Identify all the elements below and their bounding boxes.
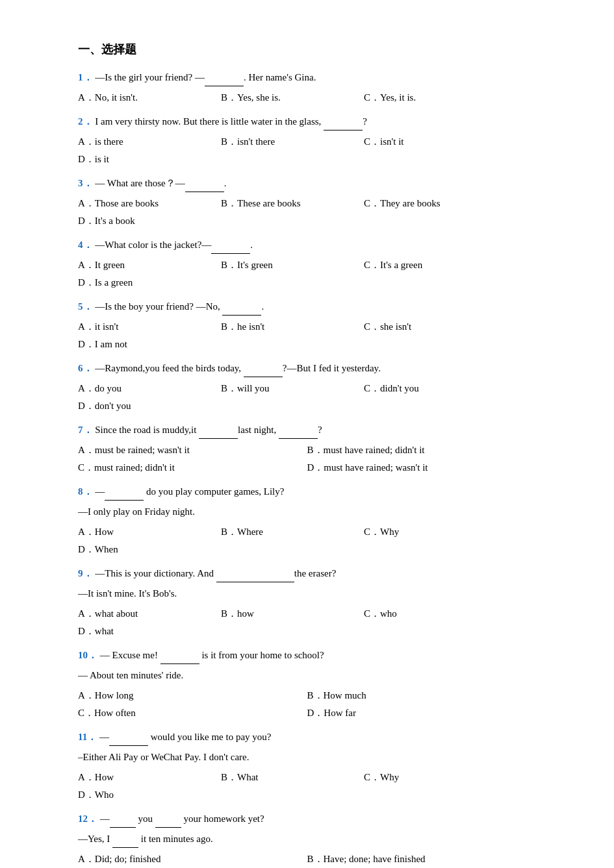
question-11: 11． — would you like me to pay you?: [78, 728, 536, 746]
question-6: 6． —Raymond,you feed the birds today, ?—…: [78, 360, 536, 377]
q6-options: A．do you B．will you C．didn't you D．don't…: [78, 380, 536, 415]
q12-options: A．Did; do; finished B．Have; done; have f…: [78, 850, 536, 868]
q12-number: 12．: [78, 813, 97, 824]
q5-optD: D．I am not: [78, 336, 221, 353]
q4-options: A．It green B．It's green C．It's a green D…: [78, 256, 536, 291]
q11-number: 11．: [78, 732, 97, 742]
q10-optD: D．How far: [307, 704, 537, 722]
q10-text: — Excuse me! is it from your home to sch…: [100, 650, 324, 660]
q10-options: A．How long B．How much C．How often D．How …: [78, 687, 536, 722]
q9-optC: C．who: [364, 605, 507, 623]
q10-optC: C．How often: [78, 704, 307, 722]
q12-optB: B．Have; done; have finished: [307, 850, 537, 868]
q1-optB: B．Yes, she is.: [221, 89, 364, 106]
q11-subtext: –Either Ali Pay or WeChat Pay. I don't c…: [78, 749, 536, 766]
q8-optD: D．When: [78, 541, 221, 558]
q9-optD: D．what: [78, 623, 221, 640]
q8-optA: A．How: [78, 523, 221, 541]
q2-optC: C．isn't it: [364, 133, 507, 151]
q11-options: A．How B．What C．Why D．Who: [78, 769, 536, 804]
q11-text: — would you like me to pay you?: [99, 732, 272, 742]
q8-number: 8．: [78, 486, 93, 497]
q12-text: — you your homework yet?: [100, 813, 264, 824]
q10-optA: A．How long: [78, 687, 307, 704]
q7-options: A．must be rained; wasn't it B．must have …: [78, 441, 536, 477]
q8-optB: B．Where: [221, 523, 364, 541]
q2-optD: D．is it: [78, 151, 221, 168]
q4-optD: D．Is a green: [78, 274, 221, 291]
q4-optB: B．It's green: [221, 256, 364, 274]
q9-text: —This is your dictionary. And the eraser…: [95, 568, 336, 578]
q5-options: A．it isn't B．he isn't C．she isn't D．I am…: [78, 318, 536, 353]
q8-subtext: —I only play on Friday night.: [78, 503, 536, 521]
question-12: 12． — you your homework yet?: [78, 810, 536, 828]
question-7: 7． Since the road is muddy,it last night…: [78, 421, 536, 439]
q7-optD: D．must have rained; wasn't it: [307, 459, 537, 477]
q8-text: — do you play computer games, Lily?: [95, 486, 284, 497]
q7-number: 7．: [78, 425, 93, 435]
q2-optA: A．is there: [78, 133, 221, 151]
q9-number: 9．: [78, 568, 93, 578]
q9-options: A．what about B．how C．who D．what: [78, 605, 536, 640]
q12-subtext: —Yes, I it ten minutes ago.: [78, 830, 536, 848]
q2-number: 2．: [78, 116, 93, 127]
q5-optB: B．he isn't: [221, 318, 364, 336]
q7-optB: B．must have rained; didn't it: [307, 441, 537, 459]
q8-optC: C．Why: [364, 523, 507, 541]
q5-number: 5．: [78, 301, 93, 312]
q1-text: —Is the girl your friend? —. Her name's …: [95, 72, 316, 82]
q3-options: A．Those are books B．These are books C．Th…: [78, 195, 536, 230]
question-4: 4． —What color is the jacket?—.: [78, 236, 536, 254]
q3-optB: B．These are books: [221, 195, 364, 212]
q6-optD: D．don't you: [78, 397, 221, 415]
q6-number: 6．: [78, 363, 93, 373]
q7-optA: A．must be rained; wasn't it: [78, 441, 307, 459]
q11-optD: D．Who: [78, 786, 221, 804]
q7-text: Since the road is muddy,it last night, ?: [95, 425, 322, 435]
q3-number: 3．: [78, 178, 93, 188]
q8-options: A．How B．Where C．Why D．When: [78, 523, 536, 558]
q6-text: —Raymond,you feed the birds today, ?—But…: [95, 363, 381, 373]
question-3: 3． — What are those？—.: [78, 175, 536, 192]
q10-optB: B．How much: [307, 687, 537, 704]
q2-options: A．is there B．isn't there C．isn't it D．is…: [78, 133, 536, 168]
q3-optA: A．Those are books: [78, 195, 221, 212]
q10-subtext: — About ten minutes' ride.: [78, 667, 536, 684]
q6-optB: B．will you: [221, 380, 364, 397]
q4-optC: C．It's a green: [364, 256, 507, 274]
q6-optC: C．didn't you: [364, 380, 507, 397]
q2-optB: B．isn't there: [221, 133, 364, 151]
question-5: 5． —Is the boy your friend? —No, .: [78, 298, 536, 316]
q9-optA: A．what about: [78, 605, 221, 623]
q9-optB: B．how: [221, 605, 364, 623]
section-title: 一、选择题: [78, 39, 536, 60]
q3-optD: D．It's a book: [78, 212, 221, 230]
q6-optA: A．do you: [78, 380, 221, 397]
q5-text: —Is the boy your friend? —No, .: [95, 301, 264, 312]
q4-number: 4．: [78, 240, 93, 250]
question-9: 9． —This is your dictionary. And the era…: [78, 565, 536, 582]
question-8: 8． — do you play computer games, Lily?: [78, 483, 536, 501]
q1-number: 1．: [78, 72, 93, 82]
q11-optA: A．How: [78, 769, 221, 786]
q7-optC: C．must rained; didn't it: [78, 459, 307, 477]
q5-optA: A．it isn't: [78, 318, 221, 336]
question-1: 1． —Is the girl your friend? —. Her name…: [78, 69, 536, 86]
q2-text: I am very thirsty now. But there is litt…: [95, 116, 367, 127]
q4-optA: A．It green: [78, 256, 221, 274]
q3-text: — What are those？—.: [95, 178, 226, 188]
q4-text: —What color is the jacket?—.: [95, 240, 253, 250]
question-10: 10． — Excuse me! is it from your home to…: [78, 647, 536, 664]
q3-optC: C．They are books: [364, 195, 507, 212]
q11-optB: B．What: [221, 769, 364, 786]
q9-subtext: —It isn't mine. It's Bob's.: [78, 585, 536, 602]
q11-optC: C．Why: [364, 769, 507, 786]
q10-number: 10．: [78, 650, 97, 660]
question-2: 2． I am very thirsty now. But there is l…: [78, 113, 536, 130]
q1-options: A．No, it isn't. B．Yes, she is. C．Yes, it…: [78, 89, 536, 106]
q1-optA: A．No, it isn't.: [78, 89, 221, 106]
q5-optC: C．she isn't: [364, 318, 507, 336]
q1-optC: C．Yes, it is.: [364, 89, 507, 106]
q12-optA: A．Did; do; finished: [78, 850, 307, 868]
